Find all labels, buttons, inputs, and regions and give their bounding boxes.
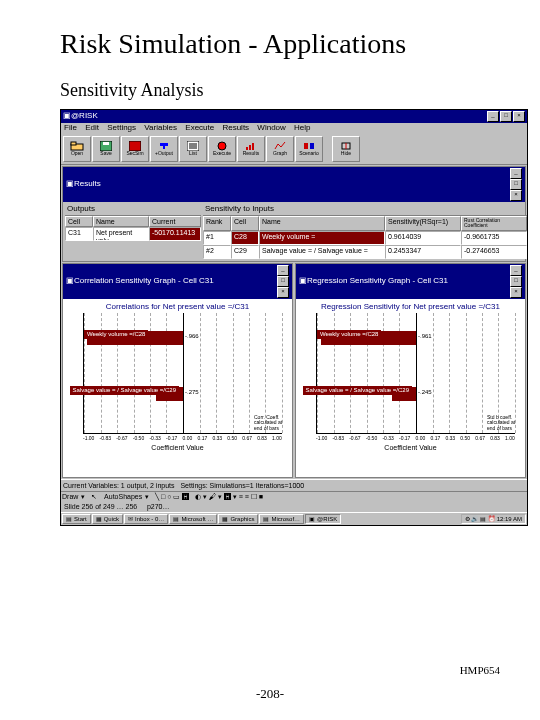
tb-results[interactable]: Results (237, 136, 265, 162)
menu-file[interactable]: File (64, 123, 77, 132)
x-ticks: -1.00-0.83-0.67-0.50-0.33-0.170.000.170.… (83, 436, 282, 442)
col-rsqr[interactable]: Sensitivity(RSqr=1) (385, 216, 461, 231)
taskbar[interactable]: ▤ Start ▦ Quick ✉ Inbox - 0… ▤ Microsoft… (61, 512, 527, 526)
col-iname[interactable]: Name (259, 216, 385, 231)
menu-window[interactable]: Window (257, 123, 285, 132)
col-current[interactable]: Current (149, 216, 201, 228)
tb-graph[interactable]: Graph (266, 136, 294, 162)
x-label: Coefficient Value (67, 444, 288, 452)
slide-status: Slide 256 of 249 … 256 p270… (61, 502, 527, 512)
tb-hide[interactable]: Hide (332, 136, 360, 162)
chart-title: Correlations for Net present value =/C31 (67, 303, 288, 312)
svg-rect-13 (304, 143, 308, 149)
footer-page: -208- (0, 686, 540, 702)
svg-rect-12 (252, 143, 254, 150)
tb-list[interactable]: List (179, 136, 207, 162)
svg-rect-1 (71, 142, 76, 145)
menu-execute[interactable]: Execute (185, 123, 214, 132)
outputs-header: Outputs (65, 204, 201, 216)
results-window: ▣ Results _□× Outputs Cell Name Current … (62, 166, 526, 262)
sens-header: Sensitivity to Inputs (203, 204, 527, 216)
slide-subtitle: Sensitivity Analysis (60, 80, 508, 101)
correlation-chart-window: ▣ Correlation Sensitivity Graph - Cell C… (62, 263, 293, 478)
footer-course: HMP654 (460, 664, 500, 676)
toolbar: Open Save SecSim +Output List Execute Re… (61, 134, 527, 165)
slide-title: Risk Simulation - Applications (60, 28, 508, 60)
task-item[interactable]: ✉ Inbox - 0… (124, 514, 168, 525)
menu-edit[interactable]: Edit (85, 123, 99, 132)
task-item-active[interactable]: ▣ @RISK (305, 514, 341, 525)
draw-toolbar[interactable]: Draw ▾ ↖ AutoShapes ▾ ╲ □ ○ ▭ 🅰 ◐ ▾ 🖌 ▾ … (61, 491, 527, 502)
task-item[interactable]: ▦ Quick (92, 514, 123, 525)
app-icon: ▣ (63, 112, 71, 121)
col-corr[interactable]: Rust Correlation Coefficient (461, 216, 527, 231)
col-name[interactable]: Name (93, 216, 149, 228)
regression-chart-window: ▣ Regression Sensitivity Graph - Cell C3… (295, 263, 526, 478)
menu-variables[interactable]: Variables (144, 123, 177, 132)
task-item[interactable]: ▦ Graphics (218, 514, 258, 525)
svg-rect-3 (103, 142, 109, 145)
tb-output[interactable]: +Output (150, 136, 178, 162)
x-ticks: -1.00-0.83-0.67-0.50-0.33-0.170.000.170.… (316, 436, 515, 442)
tb-execute[interactable]: Execute (208, 136, 236, 162)
app-titlebar[interactable]: ▣ @RISK _ □ × (61, 110, 527, 123)
system-tray[interactable]: ⚙ 🔊 ▤ ⏰ 12:19 AM (461, 514, 526, 525)
svg-rect-14 (310, 143, 314, 149)
menu-settings[interactable]: Settings (107, 123, 136, 132)
start-button[interactable]: ▤ Start (62, 514, 91, 525)
svg-point-9 (218, 142, 226, 150)
statusbar: Current Variables: 1 output, 2 inputs Se… (61, 479, 527, 492)
chart-plot: Weekly volume =/C28-.966Salvage value = … (83, 313, 282, 434)
table-row[interactable]: #2 C29 Salvage value = / Salvage value =… (203, 245, 527, 259)
corr-chart-titlebar[interactable]: ▣ Correlation Sensitivity Graph - Cell C… (63, 264, 292, 299)
clock: 12:19 AM (497, 516, 522, 523)
atrisk-window: ▣ @RISK _ □ × File Edit Settings Variabl… (60, 109, 528, 526)
menu-results[interactable]: Results (222, 123, 249, 132)
table-row[interactable]: #1 C28 Weekly volume = 0.9614039 -0.9661… (203, 231, 527, 245)
col-cell[interactable]: Cell (65, 216, 93, 228)
out-current[interactable]: -50170.11413 (149, 227, 201, 241)
out-name[interactable]: Net present valu (93, 227, 149, 241)
results-min[interactable]: _ (510, 168, 522, 179)
tb-secsim[interactable]: SecSim (121, 136, 149, 162)
close-button[interactable]: × (513, 111, 525, 122)
chart-plot: Weekly volume =/C28-.961Salvage value = … (316, 313, 515, 434)
tb-save[interactable]: Save (92, 136, 120, 162)
tb-scenario[interactable]: Scenario (295, 136, 323, 162)
out-cell[interactable]: C31 (65, 227, 93, 241)
col-icell[interactable]: Cell (231, 216, 259, 231)
maximize-button[interactable]: □ (500, 111, 512, 122)
results-close[interactable]: × (510, 190, 522, 201)
menu-help[interactable]: Help (294, 123, 310, 132)
task-item[interactable]: ▤ Microsoft … (169, 514, 217, 525)
chart-title: Regression Sensitivity for Net present v… (300, 303, 521, 312)
app-title: @RISK (71, 112, 98, 121)
x-label: Coefficient Value (300, 444, 521, 452)
results-max[interactable]: □ (510, 179, 522, 190)
results-titlebar[interactable]: ▣ Results _□× (63, 167, 525, 202)
minimize-button[interactable]: _ (487, 111, 499, 122)
regr-chart-titlebar[interactable]: ▣ Regression Sensitivity Graph - Cell C3… (296, 264, 525, 299)
col-rank[interactable]: Rank (203, 216, 231, 231)
tb-open[interactable]: Open (63, 136, 91, 162)
task-item[interactable]: ▤ Microsof… (259, 514, 304, 525)
menubar[interactable]: File Edit Settings Variables Execute Res… (61, 123, 527, 134)
